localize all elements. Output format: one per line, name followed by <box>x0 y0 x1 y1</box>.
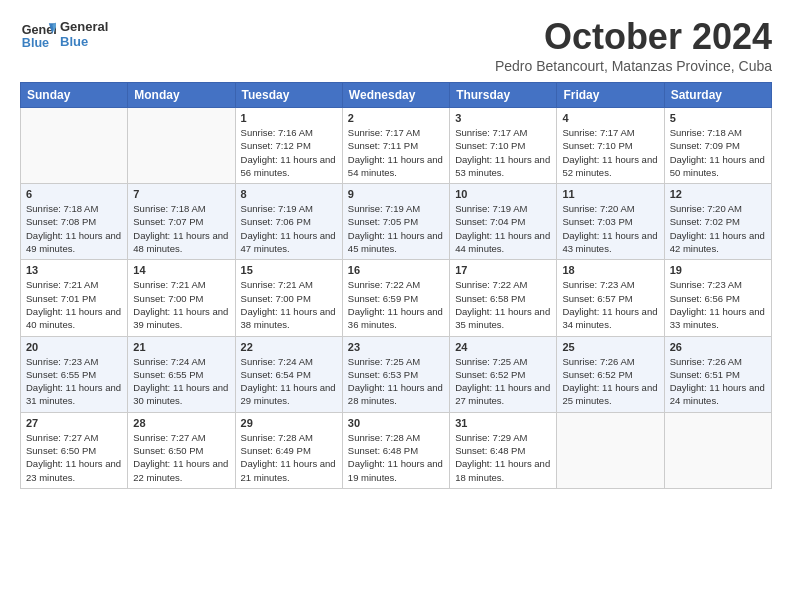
page-header: General Blue General Blue October 2024 P… <box>20 16 772 74</box>
calendar-cell: 2Sunrise: 7:17 AM Sunset: 7:11 PM Daylig… <box>342 108 449 184</box>
day-info: Sunrise: 7:18 AM Sunset: 7:07 PM Dayligh… <box>133 202 229 255</box>
svg-text:Blue: Blue <box>22 36 49 50</box>
column-header-wednesday: Wednesday <box>342 83 449 108</box>
day-info: Sunrise: 7:16 AM Sunset: 7:12 PM Dayligh… <box>241 126 337 179</box>
calendar-week-2: 6Sunrise: 7:18 AM Sunset: 7:08 PM Daylig… <box>21 184 772 260</box>
day-number: 23 <box>348 341 444 353</box>
day-info: Sunrise: 7:17 AM Sunset: 7:11 PM Dayligh… <box>348 126 444 179</box>
day-info: Sunrise: 7:18 AM Sunset: 7:08 PM Dayligh… <box>26 202 122 255</box>
day-number: 13 <box>26 264 122 276</box>
day-info: Sunrise: 7:17 AM Sunset: 7:10 PM Dayligh… <box>455 126 551 179</box>
calendar-cell: 31Sunrise: 7:29 AM Sunset: 6:48 PM Dayli… <box>450 412 557 488</box>
day-info: Sunrise: 7:20 AM Sunset: 7:02 PM Dayligh… <box>670 202 766 255</box>
calendar-table: SundayMondayTuesdayWednesdayThursdayFrid… <box>20 82 772 489</box>
column-header-tuesday: Tuesday <box>235 83 342 108</box>
day-info: Sunrise: 7:25 AM Sunset: 6:52 PM Dayligh… <box>455 355 551 408</box>
calendar-cell: 28Sunrise: 7:27 AM Sunset: 6:50 PM Dayli… <box>128 412 235 488</box>
column-header-monday: Monday <box>128 83 235 108</box>
calendar-cell: 11Sunrise: 7:20 AM Sunset: 7:03 PM Dayli… <box>557 184 664 260</box>
calendar-cell: 30Sunrise: 7:28 AM Sunset: 6:48 PM Dayli… <box>342 412 449 488</box>
day-number: 9 <box>348 188 444 200</box>
day-number: 10 <box>455 188 551 200</box>
calendar-cell <box>128 108 235 184</box>
day-number: 25 <box>562 341 658 353</box>
calendar-cell: 18Sunrise: 7:23 AM Sunset: 6:57 PM Dayli… <box>557 260 664 336</box>
day-number: 29 <box>241 417 337 429</box>
title-block: October 2024 Pedro Betancourt, Matanzas … <box>495 16 772 74</box>
calendar-cell: 27Sunrise: 7:27 AM Sunset: 6:50 PM Dayli… <box>21 412 128 488</box>
calendar-cell: 3Sunrise: 7:17 AM Sunset: 7:10 PM Daylig… <box>450 108 557 184</box>
column-header-thursday: Thursday <box>450 83 557 108</box>
day-info: Sunrise: 7:24 AM Sunset: 6:55 PM Dayligh… <box>133 355 229 408</box>
day-info: Sunrise: 7:20 AM Sunset: 7:03 PM Dayligh… <box>562 202 658 255</box>
day-info: Sunrise: 7:26 AM Sunset: 6:52 PM Dayligh… <box>562 355 658 408</box>
day-number: 16 <box>348 264 444 276</box>
logo-blue: Blue <box>60 34 108 49</box>
day-number: 5 <box>670 112 766 124</box>
day-info: Sunrise: 7:21 AM Sunset: 7:01 PM Dayligh… <box>26 278 122 331</box>
calendar-cell: 19Sunrise: 7:23 AM Sunset: 6:56 PM Dayli… <box>664 260 771 336</box>
column-header-sunday: Sunday <box>21 83 128 108</box>
day-info: Sunrise: 7:26 AM Sunset: 6:51 PM Dayligh… <box>670 355 766 408</box>
calendar-cell: 17Sunrise: 7:22 AM Sunset: 6:58 PM Dayli… <box>450 260 557 336</box>
day-info: Sunrise: 7:23 AM Sunset: 6:55 PM Dayligh… <box>26 355 122 408</box>
calendar-header-row: SundayMondayTuesdayWednesdayThursdayFrid… <box>21 83 772 108</box>
calendar-cell: 7Sunrise: 7:18 AM Sunset: 7:07 PM Daylig… <box>128 184 235 260</box>
day-number: 7 <box>133 188 229 200</box>
location-title: Pedro Betancourt, Matanzas Province, Cub… <box>495 58 772 74</box>
day-info: Sunrise: 7:24 AM Sunset: 6:54 PM Dayligh… <box>241 355 337 408</box>
calendar-cell <box>664 412 771 488</box>
day-number: 2 <box>348 112 444 124</box>
day-info: Sunrise: 7:18 AM Sunset: 7:09 PM Dayligh… <box>670 126 766 179</box>
calendar-cell: 29Sunrise: 7:28 AM Sunset: 6:49 PM Dayli… <box>235 412 342 488</box>
day-info: Sunrise: 7:27 AM Sunset: 6:50 PM Dayligh… <box>133 431 229 484</box>
day-number: 1 <box>241 112 337 124</box>
calendar-cell: 20Sunrise: 7:23 AM Sunset: 6:55 PM Dayli… <box>21 336 128 412</box>
calendar-week-1: 1Sunrise: 7:16 AM Sunset: 7:12 PM Daylig… <box>21 108 772 184</box>
day-number: 26 <box>670 341 766 353</box>
day-info: Sunrise: 7:27 AM Sunset: 6:50 PM Dayligh… <box>26 431 122 484</box>
day-number: 11 <box>562 188 658 200</box>
day-info: Sunrise: 7:22 AM Sunset: 6:59 PM Dayligh… <box>348 278 444 331</box>
day-number: 22 <box>241 341 337 353</box>
day-info: Sunrise: 7:23 AM Sunset: 6:57 PM Dayligh… <box>562 278 658 331</box>
calendar-cell: 4Sunrise: 7:17 AM Sunset: 7:10 PM Daylig… <box>557 108 664 184</box>
day-info: Sunrise: 7:21 AM Sunset: 7:00 PM Dayligh… <box>133 278 229 331</box>
calendar-cell <box>21 108 128 184</box>
column-header-saturday: Saturday <box>664 83 771 108</box>
day-info: Sunrise: 7:28 AM Sunset: 6:48 PM Dayligh… <box>348 431 444 484</box>
calendar-cell: 1Sunrise: 7:16 AM Sunset: 7:12 PM Daylig… <box>235 108 342 184</box>
day-number: 12 <box>670 188 766 200</box>
calendar-cell: 13Sunrise: 7:21 AM Sunset: 7:01 PM Dayli… <box>21 260 128 336</box>
calendar-week-3: 13Sunrise: 7:21 AM Sunset: 7:01 PM Dayli… <box>21 260 772 336</box>
day-number: 28 <box>133 417 229 429</box>
calendar-cell: 15Sunrise: 7:21 AM Sunset: 7:00 PM Dayli… <box>235 260 342 336</box>
day-info: Sunrise: 7:28 AM Sunset: 6:49 PM Dayligh… <box>241 431 337 484</box>
day-number: 3 <box>455 112 551 124</box>
calendar-cell: 16Sunrise: 7:22 AM Sunset: 6:59 PM Dayli… <box>342 260 449 336</box>
day-info: Sunrise: 7:19 AM Sunset: 7:04 PM Dayligh… <box>455 202 551 255</box>
day-info: Sunrise: 7:22 AM Sunset: 6:58 PM Dayligh… <box>455 278 551 331</box>
calendar-cell: 22Sunrise: 7:24 AM Sunset: 6:54 PM Dayli… <box>235 336 342 412</box>
month-title: October 2024 <box>495 16 772 58</box>
calendar-week-4: 20Sunrise: 7:23 AM Sunset: 6:55 PM Dayli… <box>21 336 772 412</box>
day-info: Sunrise: 7:21 AM Sunset: 7:00 PM Dayligh… <box>241 278 337 331</box>
logo-general: General <box>60 19 108 34</box>
day-info: Sunrise: 7:29 AM Sunset: 6:48 PM Dayligh… <box>455 431 551 484</box>
day-number: 24 <box>455 341 551 353</box>
day-info: Sunrise: 7:23 AM Sunset: 6:56 PM Dayligh… <box>670 278 766 331</box>
calendar-cell: 9Sunrise: 7:19 AM Sunset: 7:05 PM Daylig… <box>342 184 449 260</box>
logo: General Blue General Blue <box>20 16 108 52</box>
day-number: 21 <box>133 341 229 353</box>
day-number: 15 <box>241 264 337 276</box>
day-number: 19 <box>670 264 766 276</box>
day-number: 30 <box>348 417 444 429</box>
calendar-cell: 21Sunrise: 7:24 AM Sunset: 6:55 PM Dayli… <box>128 336 235 412</box>
calendar-cell: 8Sunrise: 7:19 AM Sunset: 7:06 PM Daylig… <box>235 184 342 260</box>
day-info: Sunrise: 7:17 AM Sunset: 7:10 PM Dayligh… <box>562 126 658 179</box>
calendar-cell: 5Sunrise: 7:18 AM Sunset: 7:09 PM Daylig… <box>664 108 771 184</box>
day-number: 4 <box>562 112 658 124</box>
calendar-cell: 24Sunrise: 7:25 AM Sunset: 6:52 PM Dayli… <box>450 336 557 412</box>
calendar-cell: 10Sunrise: 7:19 AM Sunset: 7:04 PM Dayli… <box>450 184 557 260</box>
day-info: Sunrise: 7:25 AM Sunset: 6:53 PM Dayligh… <box>348 355 444 408</box>
